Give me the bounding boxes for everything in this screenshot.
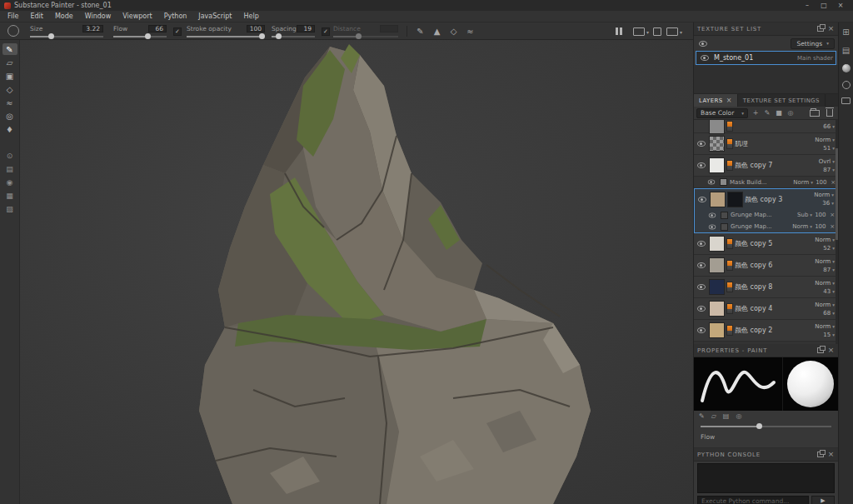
- layer-row[interactable]: 肌理 Norm ▾ 51 ▾: [694, 133, 838, 155]
- distance-value-field[interactable]: [380, 25, 398, 32]
- distance-slider[interactable]: [333, 36, 398, 37]
- python-command-input[interactable]: [697, 496, 809, 504]
- smart-material-icon[interactable]: ◎: [786, 109, 795, 117]
- paint-brush-tool[interactable]: ✎: [2, 43, 17, 55]
- layer-effect-row[interactable]: Grunge Map... Norm ▾ 100 ×: [695, 221, 837, 232]
- add-folder-button[interactable]: [810, 110, 820, 117]
- effect-opacity[interactable]: 100: [815, 223, 826, 230]
- layer-opacity[interactable]: 66 ▾: [823, 123, 835, 130]
- layer-mask-thumbnail[interactable]: [727, 192, 743, 207]
- flow-slider[interactable]: [113, 36, 167, 37]
- texture-set-visibility-icon[interactable]: [701, 55, 709, 61]
- tab-layers[interactable]: LAYERS ×: [694, 94, 738, 107]
- brush-preview-icon[interactable]: [7, 25, 19, 37]
- delete-effect-button[interactable]: ×: [830, 212, 835, 218]
- eye-icon[interactable]: [699, 41, 707, 47]
- gear-icon[interactable]: ⊙: [2, 150, 17, 162]
- menu-file[interactable]: File: [2, 12, 24, 20]
- layer-name[interactable]: 颜色 copy 7: [735, 161, 803, 170]
- menu-viewport[interactable]: Viewport: [117, 12, 157, 20]
- undock-icon[interactable]: [817, 452, 824, 457]
- effect-blend-select[interactable]: Norm ▾: [793, 179, 813, 186]
- layer-thumbnail[interactable]: [709, 136, 725, 152]
- close-icon[interactable]: ×: [828, 25, 835, 32]
- blend-mode-select[interactable]: Norm ▾: [815, 280, 835, 287]
- menu-help[interactable]: Help: [237, 12, 264, 20]
- layer-name[interactable]: 颜色 copy 8: [735, 282, 803, 292]
- stencil-mode-icon[interactable]: ▤: [723, 412, 730, 420]
- undock-icon[interactable]: [817, 347, 824, 353]
- sliders-icon[interactable]: ▤: [2, 163, 17, 175]
- blend-mode-select[interactable]: Ovrl ▾: [819, 158, 835, 165]
- size-slider[interactable]: [30, 36, 103, 37]
- layer-thumbnail[interactable]: [709, 157, 725, 173]
- dock-display-icon[interactable]: [841, 97, 851, 104]
- close-button[interactable]: ×: [832, 0, 849, 11]
- effect-blend-select[interactable]: Sub ▾: [797, 212, 812, 218]
- viewport-display-button[interactable]: [633, 27, 645, 36]
- clone-tool[interactable]: ◎: [2, 110, 17, 122]
- menu-javascript[interactable]: JavaScript: [192, 12, 237, 20]
- material-mode-icon[interactable]: ◎: [736, 412, 741, 420]
- effect-name[interactable]: Grunge Map...: [731, 223, 790, 230]
- maximize-button[interactable]: □: [816, 0, 832, 11]
- dock-shader-sphere-icon[interactable]: [842, 81, 851, 89]
- effect-blend-select[interactable]: Norm ▾: [792, 223, 812, 230]
- effect-name[interactable]: Grunge Map...: [731, 212, 795, 218]
- stone-model[interactable]: [20, 40, 693, 504]
- spacing-value-field[interactable]: 19: [297, 25, 315, 32]
- layer-name[interactable]: 颜色 copy 3: [745, 195, 802, 204]
- layer-visibility-icon[interactable]: [697, 241, 706, 247]
- stencil-icon[interactable]: ◇: [448, 26, 459, 37]
- menu-mode[interactable]: Mode: [49, 12, 79, 20]
- layer-row[interactable]: 颜色 copy 2 Norm ▾ 15 ▾: [694, 320, 838, 342]
- delete-effect-button[interactable]: ×: [830, 223, 835, 230]
- layer-opacity[interactable]: 15 ▾: [823, 332, 835, 338]
- menu-window[interactable]: Window: [79, 12, 117, 20]
- layer-thumbnail[interactable]: [709, 236, 725, 252]
- layer-visibility-icon[interactable]: [697, 306, 706, 312]
- layer-row[interactable]: 颜色 copy 5 Norm ▾ 52 ▾: [694, 233, 838, 255]
- eraser-tip-icon[interactable]: ▱: [711, 412, 716, 420]
- viewport-3d[interactable]: [20, 40, 693, 504]
- layer-opacity[interactable]: 87 ▾: [823, 267, 835, 273]
- pause-engine-button[interactable]: [613, 27, 624, 36]
- channel-selector[interactable]: Base Color ▾: [696, 108, 748, 118]
- blend-mode-select[interactable]: Norm ▾: [815, 237, 835, 243]
- layer-name[interactable]: 颜色 copy 6: [735, 261, 803, 270]
- stroke-opacity-value-field[interactable]: 100: [247, 25, 265, 32]
- brush-tip-icon[interactable]: ✎: [699, 412, 705, 420]
- size-value-field[interactable]: 3.22: [82, 25, 103, 32]
- layer-row[interactable]: 66 ▾: [694, 120, 838, 133]
- layer-thumbnail[interactable]: [710, 192, 726, 207]
- smudge-tool[interactable]: ≈: [2, 97, 17, 108]
- layer-thumbnail[interactable]: [709, 279, 725, 295]
- layer-visibility-icon[interactable]: [697, 327, 706, 333]
- pen-pressure-icon[interactable]: ✎: [415, 26, 426, 37]
- effect-thumbnail[interactable]: [721, 223, 728, 231]
- layer-opacity[interactable]: 43 ▾: [823, 288, 835, 295]
- layer-visibility-icon[interactable]: [697, 262, 706, 268]
- layer-opacity[interactable]: 36 ▾: [822, 200, 834, 207]
- blend-mode-select[interactable]: Norm ▾: [815, 323, 835, 330]
- layer-visibility-icon[interactable]: [697, 141, 706, 147]
- dock-shelf-icon[interactable]: ▤: [841, 46, 851, 56]
- effect-visibility-icon[interactable]: [709, 224, 716, 229]
- layer-opacity[interactable]: 68 ▾: [823, 310, 835, 317]
- blend-mode-select[interactable]: Norm ▾: [815, 137, 835, 143]
- effect-opacity[interactable]: 100: [816, 179, 826, 186]
- tab-close-icon[interactable]: ×: [726, 97, 732, 104]
- close-icon[interactable]: ×: [828, 451, 835, 458]
- layer-effect-row[interactable]: Mask Build... Norm ▾ 100 ×: [694, 177, 838, 188]
- chart-icon[interactable]: ▦: [2, 190, 17, 202]
- effect-visibility-icon[interactable]: [709, 212, 716, 217]
- caret-down-icon[interactable]: ▾: [680, 29, 682, 35]
- delete-layer-button[interactable]: [826, 109, 833, 117]
- layer-visibility-icon[interactable]: [697, 162, 706, 168]
- effect-opacity[interactable]: 100: [815, 212, 826, 218]
- layer-row[interactable]: 颜色 copy 8 Norm ▾ 43 ▾: [694, 277, 838, 298]
- lazy-mouse-icon[interactable]: ≈: [465, 26, 476, 37]
- layer-visibility-icon[interactable]: [697, 284, 706, 290]
- spacing-pressure-toggle[interactable]: ✓: [322, 27, 330, 36]
- alpha-icon[interactable]: ▲: [431, 26, 442, 37]
